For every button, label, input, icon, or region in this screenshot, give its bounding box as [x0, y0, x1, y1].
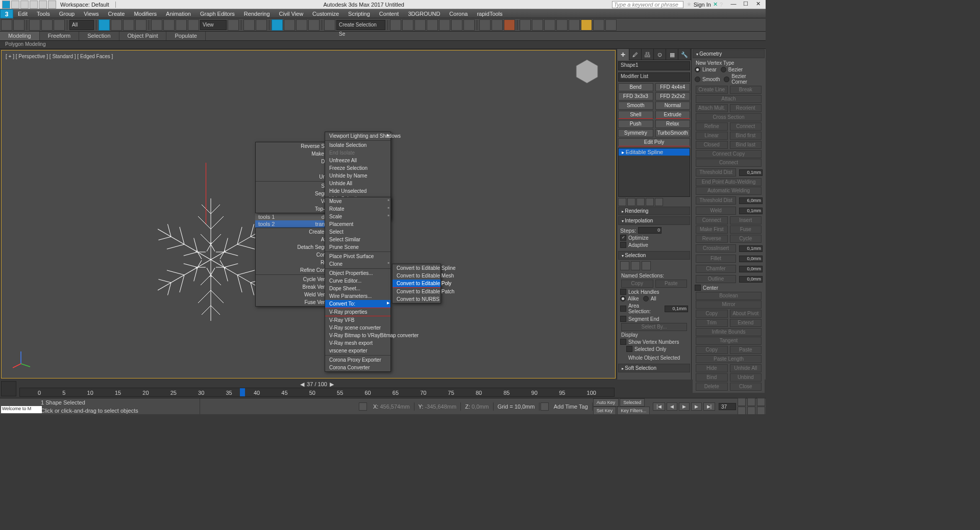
qm-vray-vfb[interactable]: V-Ray VFB: [325, 316, 390, 324]
lock-icon[interactable]: [359, 402, 367, 411]
star-icon[interactable]: ★: [687, 1, 692, 8]
rad-bezier[interactable]: Bezier: [721, 66, 743, 73]
qm-isolate[interactable]: Isolate Selection: [325, 141, 390, 149]
scale-button[interactable]: [176, 19, 187, 31]
named-sel-dropdown[interactable]: Create Selection Se: [336, 20, 385, 30]
qm-select[interactable]: Select: [325, 228, 390, 236]
qm-unfreeze-all[interactable]: Unfreeze All: [325, 157, 390, 164]
bind-button[interactable]: [54, 19, 65, 31]
geom-btn[interactable]: Boolean: [696, 292, 762, 300]
stack-editable-spline[interactable]: ▸ Editable Spline: [619, 148, 690, 156]
rollout-rendering[interactable]: Rendering: [618, 207, 690, 215]
modifier-stack[interactable]: ▸ Editable Spline: [618, 148, 690, 197]
geom-btn[interactable]: About Pivot: [730, 310, 762, 318]
rad-alike[interactable]: Alike: [620, 295, 639, 302]
maximize-button[interactable]: ☐: [740, 1, 751, 8]
geom-spin[interactable]: 0,1mm: [739, 245, 763, 252]
render-button[interactable]: [504, 19, 515, 31]
stack-unique-icon[interactable]: [636, 198, 645, 206]
qm-clone[interactable]: Clone: [325, 260, 390, 268]
align-button[interactable]: [402, 19, 413, 31]
tab-motion[interactable]: ⊙: [654, 49, 666, 60]
rad-bezier-corner[interactable]: Bezier Corner: [724, 73, 763, 85]
geom-btn[interactable]: Connect Copy: [696, 150, 762, 158]
keyboard-shortcut-button[interactable]: [256, 19, 267, 31]
qm-corona-proxy[interactable]: Corona Proxy Exporter: [325, 356, 390, 364]
rad-linear[interactable]: Linear: [695, 66, 717, 73]
qat-save[interactable]: [30, 1, 38, 9]
geom-btn[interactable]: Linear: [696, 132, 728, 140]
mod-symmetry[interactable]: Symmetry: [618, 129, 653, 137]
placement-button[interactable]: [188, 19, 199, 31]
rollout-selection[interactable]: Selection: [618, 251, 690, 260]
qat-undo[interactable]: [39, 1, 47, 9]
qm-corona-converter[interactable]: Corona Converter: [325, 364, 390, 371]
geom-btn[interactable]: Paste Length: [696, 355, 762, 363]
nav-orbit-icon[interactable]: [738, 407, 746, 414]
menu-grapheditors[interactable]: Graph Editors: [195, 10, 239, 18]
tab-display[interactable]: ▦: [666, 49, 678, 60]
playback-arrows[interactable]: ◀: [300, 381, 304, 387]
menu-create[interactable]: Create: [103, 10, 129, 18]
workspace-selector[interactable]: Workspace: Default: [58, 2, 116, 8]
window-crossing-button[interactable]: [135, 19, 146, 31]
undo-button[interactable]: [1, 19, 12, 31]
stack-show-icon[interactable]: [627, 198, 635, 206]
timeline-key-icon[interactable]: [1, 381, 16, 396]
rad-smooth[interactable]: Smooth: [695, 73, 720, 85]
qm-vray-scene-conv[interactable]: V-Ray scene converter: [325, 324, 390, 332]
ribbon-freeform[interactable]: Freeform: [40, 32, 80, 40]
subobj-vertex-icon[interactable]: [620, 261, 629, 270]
selection-filter[interactable]: All: [69, 20, 94, 30]
geom-chk[interactable]: Center: [695, 284, 763, 291]
geom-btn[interactable]: End Point Auto-Welding: [696, 178, 762, 186]
nav-zoomext-icon[interactable]: [757, 398, 765, 406]
geom-spin[interactable]: 0,1mm: [739, 169, 763, 176]
play-icon[interactable]: ▶: [679, 402, 690, 411]
autokey-button[interactable]: Auto Key: [593, 398, 619, 407]
mod-shell[interactable]: Shell: [618, 111, 653, 119]
corona-1[interactable]: [520, 19, 531, 31]
qat-new[interactable]: [11, 1, 19, 9]
viewport-label[interactable]: [ + ] [ Perspective ] [ Standard ] [ Edg…: [6, 54, 113, 59]
selected-button[interactable]: Selected: [620, 398, 645, 407]
geom-btn[interactable]: Delete: [696, 383, 728, 391]
tab-modify[interactable]: 🖉: [629, 49, 642, 60]
geom-btn[interactable]: Weld: [696, 207, 736, 215]
geom-btn[interactable]: Chamfer: [696, 265, 736, 273]
stack-pin-icon[interactable]: [618, 198, 626, 206]
geom-btn[interactable]: Break: [730, 86, 762, 94]
mod-normal[interactable]: Normal: [655, 102, 691, 110]
current-frame-input[interactable]: 37: [719, 403, 736, 410]
geom-btn[interactable]: Insert: [730, 216, 762, 224]
snap-toggle[interactable]: [272, 19, 283, 31]
mirror-button[interactable]: [390, 19, 401, 31]
qm-prune-scene[interactable]: Prune Scene: [325, 243, 390, 251]
geom-btn[interactable]: Copy: [696, 346, 728, 354]
convert-editable-patch[interactable]: Convert to Editable Patch: [393, 288, 440, 295]
chk-area-sel[interactable]: Area Selection:: [620, 302, 663, 315]
goto-start-icon[interactable]: |◀: [653, 402, 665, 411]
mod-editpoly[interactable]: Edit Poly: [618, 138, 690, 146]
corona-3[interactable]: [544, 19, 555, 31]
geom-spin[interactable]: 0,0mm: [739, 276, 763, 283]
qm-rotate[interactable]: Rotate: [325, 205, 390, 213]
mod-relax[interactable]: Relax: [655, 120, 691, 128]
render-frame-button[interactable]: [492, 19, 503, 31]
mod-extrude[interactable]: Extrude: [655, 111, 691, 119]
mod-smooth[interactable]: Smooth: [618, 102, 653, 110]
select-name-button[interactable]: [111, 19, 122, 31]
qat-redo[interactable]: [48, 1, 56, 9]
menu-corona[interactable]: Corona: [445, 10, 472, 18]
geom-btn[interactable]: Mirror: [696, 300, 762, 309]
geom-spin[interactable]: 6,0mm: [739, 197, 763, 204]
keyfilters-button[interactable]: Key Filters...: [617, 407, 650, 415]
geom-btn[interactable]: Unbind: [730, 373, 762, 382]
qm-hide-unsel[interactable]: Hide Unselected: [325, 187, 390, 195]
geom-btn[interactable]: CrossInsert: [696, 244, 736, 253]
named-sel-button[interactable]: [324, 19, 335, 31]
qm-vray-bitmap-conv[interactable]: V-Ray Bitmap to VRayBitmap converter: [325, 332, 390, 339]
next-frame-icon[interactable]: ▶: [691, 402, 702, 411]
chk-show-vtx-num[interactable]: Show Vertex Numbers: [620, 338, 688, 345]
nav-fov-icon[interactable]: [747, 407, 755, 414]
